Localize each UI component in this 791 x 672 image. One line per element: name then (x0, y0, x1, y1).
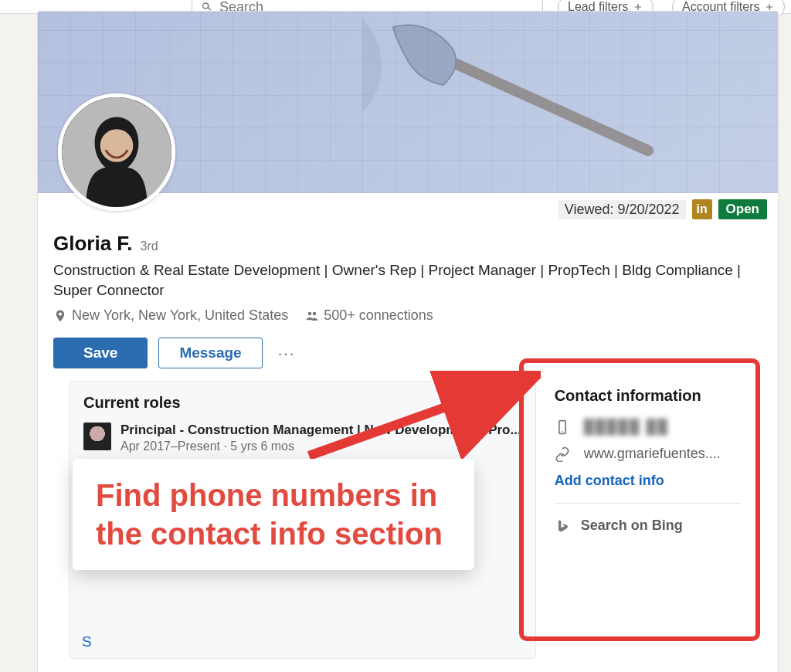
contact-info-panel: Contact information █████ ██ www.gmarief… (536, 381, 747, 659)
contact-info-heading: Contact information (555, 387, 741, 405)
location-pin-icon (53, 309, 67, 323)
profile-connections: 500+ connections (324, 307, 433, 324)
profile-headline: Construction & Real Estate Development |… (53, 260, 762, 300)
linkedin-icon: in (692, 199, 712, 219)
profile-location: New York, New York, United States (72, 307, 288, 324)
contact-website-row[interactable]: www.gmariefuentes.... (555, 446, 741, 462)
search-bing-label: Search on Bing (581, 518, 683, 534)
viewed-badge: Viewed: 9/20/2022 (558, 200, 686, 219)
contact-phone-row: █████ ██ (555, 419, 741, 435)
svg-point-5 (562, 431, 563, 433)
contact-phone-blurred: █████ ██ (584, 419, 669, 435)
profile-name: Gloria F. (53, 232, 133, 256)
cover-illustration (362, 19, 687, 174)
more-menu-button[interactable]: ··· (273, 344, 300, 362)
save-button[interactable]: Save (53, 338, 148, 368)
annotation-callout-text: Find phone numbers in the contact info s… (96, 478, 443, 551)
people-icon (305, 309, 319, 323)
current-roles-heading: Current roles (83, 394, 521, 412)
role-title: Principal - Construction Management | Ne… (121, 423, 521, 438)
open-badge: Open (718, 199, 767, 219)
annotation-callout: Find phone numbers in the contact info s… (73, 459, 474, 570)
profile-card: Viewed: 9/20/2022 in Open Gloria F. 3rd … (37, 11, 779, 672)
divider (555, 503, 741, 504)
role-subtitle: Apr 2017–Present · 5 yrs 6 mos (121, 440, 521, 453)
contact-website: www.gmariefuentes.... (584, 446, 721, 462)
link-icon (555, 446, 570, 462)
add-contact-info-link[interactable]: Add contact info (555, 473, 741, 489)
search-bing-row[interactable]: Search on Bing (555, 518, 741, 534)
phone-icon (555, 419, 570, 435)
avatar[interactable] (58, 93, 175, 211)
connection-degree: 3rd (141, 239, 158, 253)
role-avatar-thumb (83, 423, 111, 450)
svg-point-0 (362, 19, 382, 131)
message-button[interactable]: Message (158, 338, 262, 368)
bing-icon (555, 518, 570, 534)
roles-expand-link[interactable]: S (82, 633, 92, 650)
role-item[interactable]: Principal - Construction Management | Ne… (83, 423, 521, 453)
